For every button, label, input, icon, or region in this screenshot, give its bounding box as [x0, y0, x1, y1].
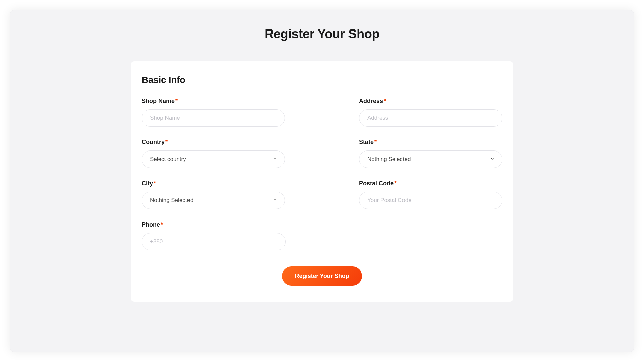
address-label-text: Address [359, 98, 383, 104]
shop-name-label: Shop Name* [142, 98, 285, 105]
form-row: Country* Select country State* Nothing [142, 139, 502, 168]
required-indicator: * [165, 139, 168, 145]
postal-code-group: Postal Code* [359, 180, 502, 209]
postal-code-label: Postal Code* [359, 180, 502, 187]
state-label-text: State [359, 139, 374, 145]
phone-label: Phone* [142, 221, 286, 228]
address-group: Address* [359, 98, 502, 127]
required-indicator: * [154, 180, 156, 187]
phone-input[interactable] [142, 233, 286, 250]
state-label: State* [359, 139, 502, 146]
city-select-wrapper: Nothing Selected [142, 192, 285, 209]
address-label: Address* [359, 98, 502, 105]
register-shop-button[interactable]: Register Your Shop [282, 266, 362, 286]
city-select[interactable]: Nothing Selected [142, 192, 285, 209]
form-row: Shop Name* Address* [142, 98, 502, 127]
state-select[interactable]: Nothing Selected [359, 150, 502, 168]
registration-form-card: Basic Info Shop Name* Address* [131, 61, 513, 302]
city-label-text: City [142, 180, 153, 187]
postal-code-label-text: Postal Code [359, 180, 394, 187]
country-label-text: Country [142, 139, 165, 145]
city-label: City* [142, 180, 285, 187]
required-indicator: * [374, 139, 377, 145]
phone-group: Phone* [142, 221, 286, 250]
shop-name-group: Shop Name* [142, 98, 285, 127]
country-label: Country* [142, 139, 285, 146]
shop-name-input[interactable] [142, 109, 285, 127]
state-select-wrapper: Nothing Selected [359, 150, 502, 168]
required-indicator: * [384, 98, 386, 104]
phone-label-text: Phone [142, 221, 160, 228]
form-row: City* Nothing Selected Postal Code* [142, 180, 502, 209]
section-title: Basic Info [142, 75, 502, 85]
postal-code-input[interactable] [359, 192, 502, 209]
shop-name-label-text: Shop Name [142, 98, 175, 104]
page-wrapper: Register Your Shop Basic Info Shop Name*… [0, 0, 644, 362]
address-input[interactable] [359, 109, 502, 127]
content-panel: Register Your Shop Basic Info Shop Name*… [10, 10, 634, 352]
required-indicator: * [394, 180, 397, 187]
city-group: City* Nothing Selected [142, 180, 285, 209]
country-select-wrapper: Select country [142, 150, 285, 168]
form-row: Phone* [142, 221, 502, 250]
required-indicator: * [175, 98, 178, 104]
state-group: State* Nothing Selected [359, 139, 502, 168]
country-group: Country* Select country [142, 139, 285, 168]
submit-wrapper: Register Your Shop [142, 266, 502, 286]
country-select[interactable]: Select country [142, 150, 285, 168]
required-indicator: * [161, 221, 163, 228]
page-title: Register Your Shop [10, 27, 634, 41]
